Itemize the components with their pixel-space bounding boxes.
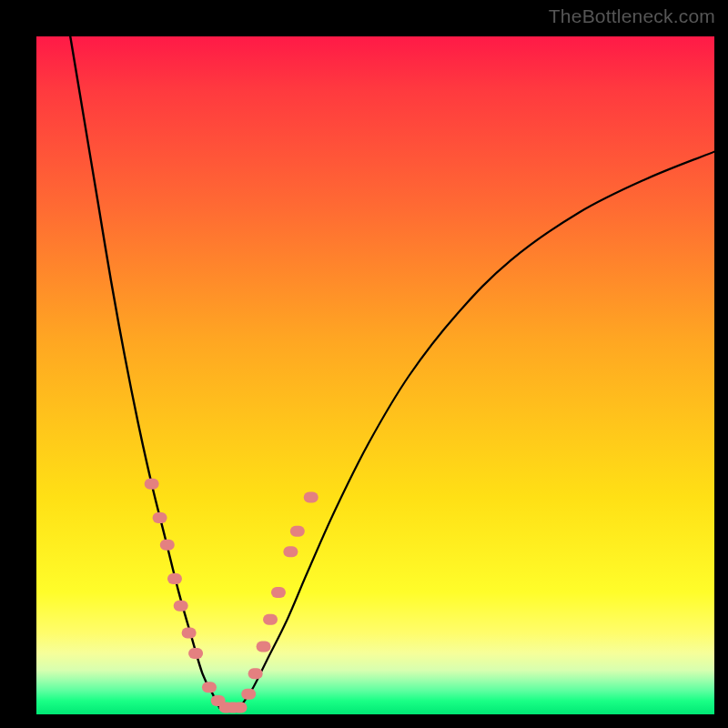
data-marker: [233, 703, 248, 713]
data-marker: [188, 648, 203, 659]
data-marker: [304, 492, 318, 503]
data-marker: [271, 587, 286, 598]
data-marker: [202, 682, 217, 693]
data-marker: [263, 614, 278, 625]
data-marker: [174, 601, 188, 612]
data-marker: [182, 628, 197, 639]
data-marker: [241, 689, 256, 700]
watermark-text: TheBottleneck.com: [549, 5, 715, 27]
right-curve-path: [240, 152, 715, 708]
data-marker: [248, 668, 263, 679]
chart-frame: TheBottleneck.com: [0, 0, 728, 728]
data-marker: [160, 540, 175, 551]
left-curve-path: [70, 36, 219, 708]
data-marker: [153, 512, 167, 523]
data-marker: [283, 546, 298, 557]
data-markers: [145, 479, 318, 713]
data-marker: [145, 479, 159, 490]
data-marker: [167, 573, 182, 584]
data-marker: [257, 642, 271, 652]
chart-plot-area: [36, 36, 714, 714]
left-curve: [70, 36, 219, 708]
right-curve: [240, 152, 715, 708]
chart-svg: [36, 36, 714, 714]
data-marker: [290, 526, 305, 537]
